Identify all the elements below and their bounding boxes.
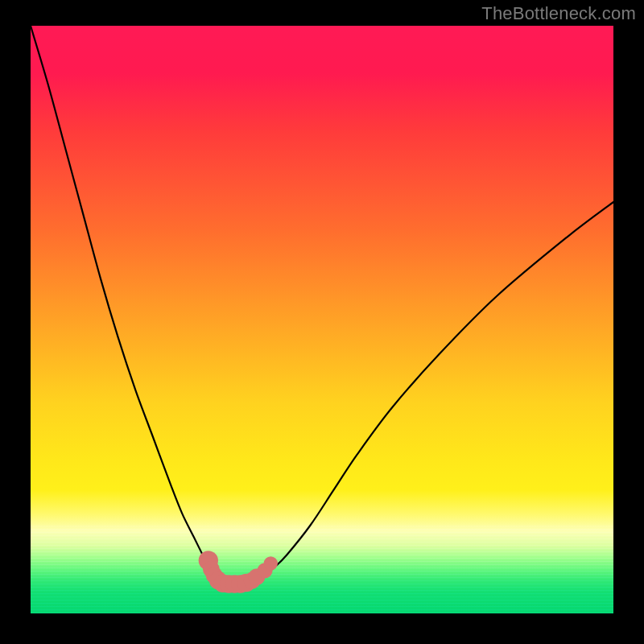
- marker-dot: [264, 556, 278, 570]
- plot-area: [31, 26, 613, 613]
- chart-frame: TheBottleneck.com: [0, 0, 644, 644]
- curve-svg: [31, 26, 613, 613]
- bottleneck-curve: [31, 26, 613, 584]
- markers-group: [199, 551, 278, 593]
- watermark-text: TheBottleneck.com: [481, 3, 636, 24]
